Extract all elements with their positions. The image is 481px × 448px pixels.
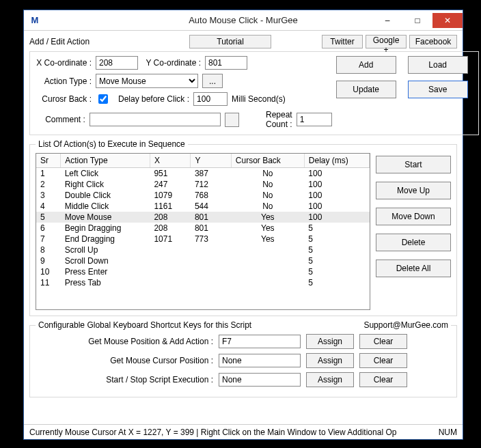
- facebook-button[interactable]: Facebook: [409, 35, 457, 48]
- action-type-select[interactable]: Move Mouse: [96, 74, 198, 88]
- support-email[interactable]: Support@MurGee.com: [363, 320, 448, 330]
- delay-before-click-label: Delay before Click :: [118, 94, 189, 104]
- status-text: Currently Mouse Cursor At X = 1227, Y = …: [29, 428, 396, 437]
- table-row[interactable]: 3Double Click1079768No100: [36, 190, 370, 201]
- delete-button[interactable]: Delete: [376, 234, 451, 251]
- delete-all-button[interactable]: Delete All: [376, 260, 451, 277]
- shortcuts-fieldset: Configurable Global Keyboard Shortcut Ke…: [29, 320, 457, 397]
- x-coord-input[interactable]: [96, 56, 138, 70]
- action-list-table[interactable]: SrAction TypeXYCursor BackDelay (ms) 1Le…: [36, 154, 370, 288]
- delay-input[interactable]: [193, 92, 228, 106]
- assign-button[interactable]: Assign: [306, 372, 354, 387]
- assign-button[interactable]: Assign: [306, 334, 354, 349]
- main-window: M Auto Mouse Click - MurGee – □ ✕ Add / …: [23, 10, 463, 440]
- table-row[interactable]: 8Scroll Up5: [36, 244, 370, 255]
- start-button[interactable]: Start: [376, 156, 451, 173]
- repeat-count-label: Repeat Count :: [243, 110, 292, 129]
- shortcut-label: Get Mouse Position & Add Action :: [36, 337, 213, 346]
- table-row[interactable]: 7End Dragging1071773Yes5: [36, 234, 370, 244]
- column-header[interactable]: Sr: [36, 154, 61, 168]
- table-row[interactable]: 2Right Click247712No100: [36, 179, 370, 190]
- maximize-button[interactable]: □: [402, 13, 432, 28]
- x-coord-label: X Co-ordinate :: [36, 58, 92, 68]
- y-coord-input[interactable]: [205, 56, 247, 70]
- add-edit-fieldset: X Co-ordinate : Y Co-ordinate : Action T…: [29, 51, 479, 135]
- google-plus-button[interactable]: Google +: [366, 35, 407, 48]
- action-list-legend: List Of Action(s) to Execute in Sequence: [36, 139, 188, 149]
- shortcut-label: Start / Stop Script Execution :: [36, 375, 213, 384]
- action-list-fieldset: List Of Action(s) to Execute in Sequence…: [29, 139, 457, 316]
- table-row[interactable]: 4Middle Click1161544No100: [36, 201, 370, 212]
- close-button[interactable]: ✕: [432, 13, 463, 28]
- save-button[interactable]: Save: [408, 81, 468, 98]
- comment-label: Comment :: [36, 115, 85, 124]
- column-header[interactable]: Action Type: [61, 154, 150, 168]
- table-row[interactable]: 6Begin Dragging208801Yes5: [36, 223, 370, 234]
- clear-button[interactable]: Clear: [359, 353, 407, 368]
- table-row[interactable]: 11Press Tab5: [36, 277, 370, 288]
- comment-input[interactable]: [90, 113, 221, 126]
- shortcut-label: Get Mouse Cursor Position :: [36, 356, 213, 365]
- twitter-button[interactable]: Twitter: [322, 35, 363, 48]
- numlock-indicator: NUM: [439, 428, 457, 437]
- table-row[interactable]: 10Press Enter5: [36, 266, 370, 277]
- minimize-button[interactable]: –: [372, 13, 402, 28]
- table-row[interactable]: 1Left Click951387No100: [36, 168, 370, 180]
- move-down-button[interactable]: Move Down: [376, 208, 451, 225]
- shortcut-input-0[interactable]: [219, 335, 301, 348]
- column-header[interactable]: X: [150, 154, 190, 168]
- app-icon: M: [29, 15, 40, 26]
- y-coord-label: Y Co-ordinate :: [142, 58, 201, 68]
- titlebar[interactable]: M Auto Mouse Click - MurGee – □ ✕: [24, 10, 463, 31]
- status-bar: Currently Mouse Cursor At X = 1227, Y = …: [24, 424, 463, 439]
- table-row[interactable]: 5Move Mouse208801Yes100: [36, 212, 370, 223]
- add-edit-action-label: Add / Edit Action: [29, 37, 90, 46]
- clear-button[interactable]: Clear: [359, 334, 407, 349]
- shortcuts-legend: Configurable Global Keyboard Shortcut Ke…: [38, 320, 251, 330]
- add-button[interactable]: Add: [336, 56, 396, 74]
- cursor-back-label: Curosr Back :: [36, 94, 92, 104]
- column-header[interactable]: Cursor Back: [231, 154, 304, 168]
- shortcut-input-2[interactable]: [219, 373, 301, 387]
- column-header[interactable]: Delay (ms): [304, 154, 369, 168]
- action-type-extras-button[interactable]: ...: [202, 74, 223, 88]
- shortcut-input-1[interactable]: [219, 354, 301, 367]
- move-up-button[interactable]: Move Up: [376, 182, 451, 199]
- tutorial-button[interactable]: Tutorial: [189, 35, 271, 48]
- update-button[interactable]: Update: [336, 81, 396, 98]
- delay-units-label: Milli Second(s): [232, 94, 286, 104]
- cursor-back-checkbox[interactable]: [98, 94, 108, 104]
- repeat-count-input[interactable]: [297, 113, 332, 126]
- action-type-label: Action Type :: [36, 76, 92, 86]
- table-row[interactable]: 9Scroll Down5: [36, 255, 370, 266]
- column-header[interactable]: Y: [191, 154, 231, 168]
- comment-extras-button[interactable]: [225, 113, 239, 127]
- load-button[interactable]: Load: [408, 56, 468, 74]
- clear-button[interactable]: Clear: [359, 372, 407, 387]
- assign-button[interactable]: Assign: [306, 353, 354, 368]
